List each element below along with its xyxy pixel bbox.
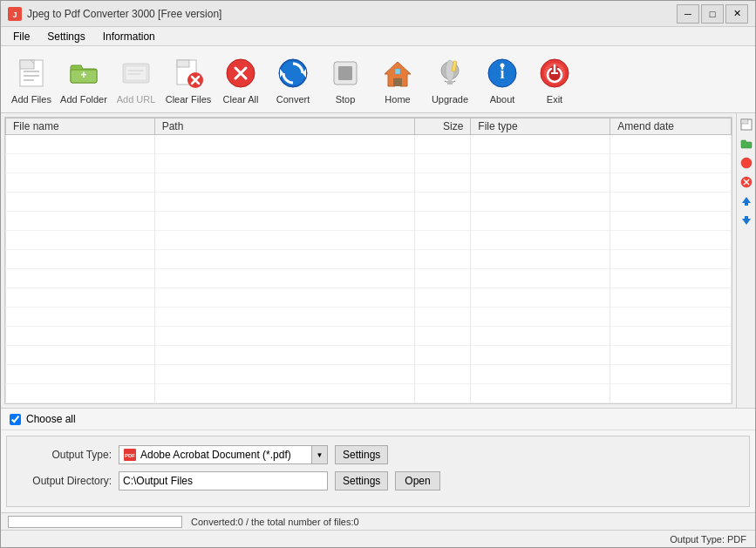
convert-button[interactable]: Convert <box>268 50 318 109</box>
svg-point-44 <box>741 158 752 168</box>
clear-files-button[interactable]: Clear Files <box>163 50 214 109</box>
output-directory-settings-button[interactable]: Settings <box>335 471 388 490</box>
menu-bar: File Settings Information <box>1 27 755 46</box>
col-path: Path <box>154 118 415 135</box>
sidebar-down-button[interactable] <box>739 213 754 228</box>
svg-rect-6 <box>24 75 39 77</box>
clear-files-icon <box>170 55 207 91</box>
stop-button[interactable]: Stop <box>320 50 371 109</box>
clear-all-button[interactable]: Clear All <box>215 50 266 109</box>
table-row <box>6 403 732 405</box>
col-amenddate: Amend date <box>610 118 732 135</box>
about-label: About <box>490 94 515 105</box>
minimize-button[interactable]: ─ <box>677 4 699 24</box>
choose-all-label: Choose all <box>26 413 76 425</box>
table-row <box>6 231 732 250</box>
about-icon: i <box>484 55 521 91</box>
select-arrow[interactable]: ▼ <box>311 445 327 464</box>
svg-rect-7 <box>24 79 34 81</box>
svg-rect-49 <box>745 203 748 206</box>
add-url-icon <box>118 55 154 91</box>
svg-rect-43 <box>741 119 748 124</box>
upgrade-button[interactable]: Upgrade <box>425 50 475 109</box>
menu-information[interactable]: Information <box>94 29 164 44</box>
svg-rect-28 <box>393 78 402 86</box>
about-button[interactable]: i About <box>477 50 528 109</box>
table-row <box>6 384 732 403</box>
home-icon <box>379 55 416 91</box>
exit-button[interactable]: Exit <box>529 50 580 109</box>
content-area: File name Path Size File type Amend date <box>1 113 755 547</box>
add-folder-button[interactable]: + Add Folder <box>58 50 109 109</box>
exit-icon <box>536 55 573 91</box>
choose-all-checkbox[interactable] <box>10 414 21 425</box>
stop-icon <box>327 55 364 91</box>
file-table-body <box>6 135 732 405</box>
output-type-settings-button[interactable]: Settings <box>335 445 388 464</box>
table-row <box>6 346 732 365</box>
clear-all-label: Clear All <box>223 94 259 105</box>
table-row <box>6 135 732 154</box>
table-row <box>6 365 732 384</box>
table-row <box>6 269 732 288</box>
table-row <box>6 250 732 269</box>
add-files-label: Add Files <box>11 94 51 105</box>
col-size: Size <box>415 118 471 135</box>
restore-button[interactable]: □ <box>701 4 724 24</box>
svg-text:PDF: PDF <box>125 453 135 458</box>
sidebar-redx-button[interactable] <box>739 174 754 190</box>
output-type-select[interactable]: PDF Adobe Acrobat Document (*.pdf) ▼ <box>119 445 328 464</box>
file-list-area[interactable]: File name Path Size File type Amend date <box>4 117 732 404</box>
menu-settings[interactable]: Settings <box>38 29 93 44</box>
svg-text:J: J <box>12 10 17 19</box>
svg-rect-32 <box>447 81 453 85</box>
svg-rect-26 <box>338 66 352 80</box>
upgrade-icon <box>432 55 468 91</box>
status-text: Converted:0 / the total number of files:… <box>191 517 359 527</box>
sidebar-up-button[interactable] <box>739 193 754 209</box>
col-filetype: File type <box>471 118 610 135</box>
status-separator: / the total number of files: <box>243 517 354 527</box>
menu-file[interactable]: File <box>4 29 38 44</box>
title-bar: J Jpeg to Pdf Converter 3000 [Free versi… <box>1 1 755 27</box>
svg-rect-5 <box>24 71 39 72</box>
file-list-wrapper: File name Path Size File type Amend date <box>1 113 736 408</box>
bottom-area: Choose all Output Type: PDF Adobe <box>1 408 755 512</box>
table-row <box>6 327 732 346</box>
table-row <box>6 288 732 308</box>
add-url-label: Add URL <box>117 94 156 105</box>
output-directory-input[interactable] <box>119 471 328 490</box>
close-button[interactable]: ✕ <box>725 4 748 24</box>
sidebar-red-dot-button[interactable] <box>739 155 754 171</box>
output-type-bar: Output Type: PDF <box>1 530 755 547</box>
sidebar-folder-button[interactable] <box>739 136 754 152</box>
right-sidebar <box>736 113 755 408</box>
table-row <box>6 173 732 193</box>
svg-rect-51 <box>745 216 748 219</box>
choose-all-bar: Choose all <box>1 409 755 430</box>
add-files-icon <box>13 55 50 91</box>
svg-rect-10 <box>126 66 146 80</box>
output-type-value: Adobe Acrobat Document (*.pdf) <box>140 449 291 461</box>
file-table: File name Path Size File type Amend date <box>5 118 732 404</box>
svg-point-36 <box>501 63 505 67</box>
settings-panel: Output Type: PDF Adobe Acrobat Document … <box>6 436 750 507</box>
output-type-row: Output Type: PDF Adobe Acrobat Document … <box>16 445 740 464</box>
clear-all-icon <box>222 55 259 91</box>
add-folder-icon: + <box>65 55 102 91</box>
status-bar: Converted:0 / the total number of files:… <box>1 512 755 530</box>
output-type-status: Output Type: PDF <box>670 534 746 545</box>
output-type-label: Output Type: <box>16 449 112 461</box>
total-value: 0 <box>354 517 359 527</box>
converted-label: Converted: <box>191 517 238 527</box>
app-icon: J <box>8 7 22 21</box>
col-filename: File name <box>6 118 155 135</box>
window-title: Jpeg to Pdf Converter 3000 [Free version… <box>27 8 221 20</box>
file-section: File name Path Size File type Amend date <box>1 113 755 408</box>
open-button[interactable]: Open <box>395 471 439 490</box>
add-files-button[interactable]: Add Files <box>6 50 57 109</box>
home-button[interactable]: Home <box>372 50 423 109</box>
svg-rect-14 <box>177 60 189 67</box>
svg-marker-48 <box>742 197 751 203</box>
sidebar-file-button[interactable] <box>739 117 754 132</box>
